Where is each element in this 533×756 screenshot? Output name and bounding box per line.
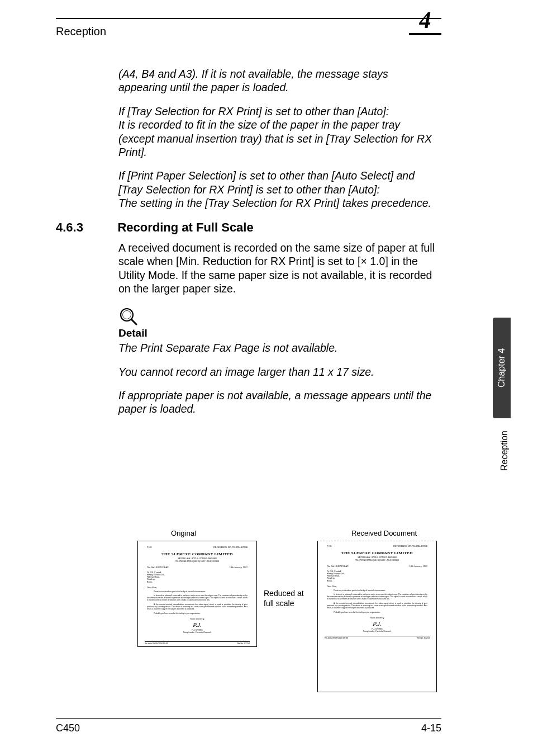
diagram: Original Received Document P. 01REFERENC… [137, 529, 439, 692]
detail-p1: The Print Separate Fax Page is not avail… [118, 341, 436, 355]
chapter-number: 4 [409, 8, 441, 32]
received-document: P. 01REFERENCE NO.PK-0234-87698 THE SLER… [317, 541, 437, 692]
note-block-1: (A4, B4 and A3). If it is not available,… [118, 67, 436, 210]
note1-group3: If [Print Paper Selection] is set to oth… [118, 169, 436, 210]
section-number: 4.6.3 [56, 220, 115, 235]
section-heading: 4.6.3 Recording at Full Scale [56, 220, 436, 235]
detail-p2: You cannot record an image larger than 1… [118, 365, 436, 379]
diagram-mid-label: Reduced at full scale [257, 541, 317, 608]
chapter-number-badge: 4 [409, 8, 441, 35]
section-title: Recording at Full Scale [117, 220, 253, 235]
note1-group2: If [Tray Selection for RX Print] is set … [118, 105, 436, 159]
magnifier-icon [118, 306, 436, 327]
chapter-tab-label: Chapter 4 [493, 318, 511, 418]
svg-line-2 [131, 319, 136, 324]
running-head: Reception [56, 25, 106, 38]
detail-block: The Print Separate Fax Page is not avail… [118, 341, 436, 416]
section-paragraph: A received document is recorded on the s… [118, 241, 436, 296]
chapter-tab: Chapter 4 [493, 318, 511, 418]
doc-address: Dr. P.N. Cundall, Mining Surveys Ltd., H… [147, 571, 248, 583]
svg-point-1 [123, 311, 131, 319]
diagram-label-original: Original [171, 529, 196, 537]
footer-page-number: 4-15 [421, 722, 441, 734]
detail-label: Detail [118, 327, 436, 340]
detail-p3: If appropriate paper is not available, a… [118, 389, 436, 416]
side-section-label: Reception [499, 431, 510, 471]
note1-line1: (A4, B4 and A3). If it is not available,… [118, 67, 436, 94]
footer-model: C450 [56, 722, 80, 734]
diagram-label-received: Received Document [351, 529, 417, 537]
original-document: P. 01REFERENCE NO.PK-0234-87698 THE SLER… [137, 541, 257, 647]
